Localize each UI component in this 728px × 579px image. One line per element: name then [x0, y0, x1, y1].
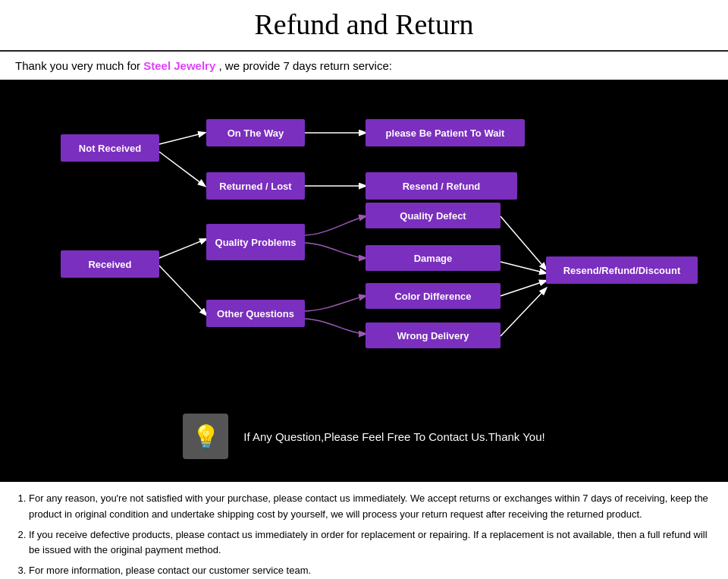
svg-line-9	[500, 288, 546, 336]
please-wait-box: please Be Patient To Wait	[366, 119, 525, 146]
quality-problems-box: Quality Problems	[206, 224, 305, 260]
brand-name: Steel Jewelry	[143, 59, 215, 72]
svg-line-0	[159, 133, 205, 144]
svg-line-6	[500, 216, 546, 269]
terms-list: For any reason, you're not satisfied wit…	[15, 491, 713, 579]
subtitle-suffix: , we provide 7 days return service:	[215, 59, 392, 72]
resend-refund-discount-box: Resend/Refund/Discount	[546, 256, 698, 284]
contact-text: If Any Question,Please Feel Free To Cont…	[243, 430, 544, 443]
bulb-icon: 💡	[183, 414, 228, 459]
term-item-1: For any reason, you're not satisfied wit…	[29, 491, 713, 523]
not-received-box: Not Received	[61, 134, 159, 162]
term-item-3: For more information, please contact our…	[29, 563, 713, 579]
color-difference-box: Color Difference	[366, 283, 500, 309]
svg-line-8	[500, 281, 546, 296]
svg-line-5	[159, 266, 206, 315]
diagram-container: Not Received On The Way Returned / Lost …	[8, 95, 720, 376]
damage-box: Damage	[366, 245, 500, 271]
svg-line-4	[159, 239, 206, 258]
subtitle-bar: Thank you very much for Steel Jewelry , …	[0, 52, 728, 80]
svg-line-1	[159, 152, 205, 186]
terms-section: For any reason, you're not satisfied wit…	[0, 482, 728, 579]
received-box: Received	[61, 250, 159, 278]
resend-refund-top-box: Resend / Refund	[366, 172, 517, 200]
page-title: Refund and Return	[0, 0, 728, 52]
term-item-2: If you receive defective products, pleas…	[29, 527, 713, 559]
wrong-delivery-box: Wrong Delivery	[366, 323, 500, 348]
on-the-way-box: On The Way	[206, 119, 305, 146]
svg-line-7	[500, 262, 546, 273]
quality-defect-box: Quality Defect	[366, 203, 500, 228]
subtitle-prefix: Thank you very much for	[15, 59, 143, 72]
contact-section: 💡 If Any Question,Please Feel Free To Co…	[0, 398, 728, 482]
other-questions-box: Other Questions	[206, 300, 305, 327]
returned-lost-box: Returned / Lost	[206, 172, 305, 200]
diagram-section: Not Received On The Way Returned / Lost …	[0, 80, 728, 398]
